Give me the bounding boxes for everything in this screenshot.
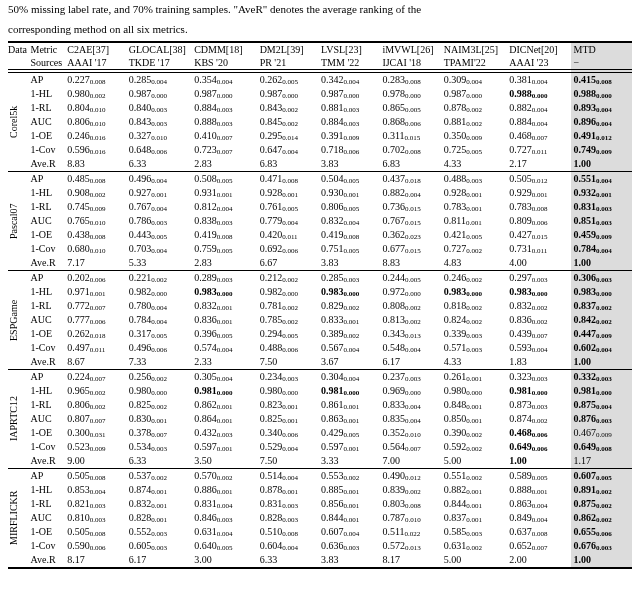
value-cell: 7.50 xyxy=(260,355,321,370)
metric-name: Ave.R xyxy=(31,454,68,469)
value-cell: 0.8490.004 xyxy=(509,511,570,525)
value-cell: 7.50 xyxy=(260,454,321,469)
value-cell: 0.3810.004 xyxy=(509,71,570,87)
value-cell: 0.2620.018 xyxy=(67,327,128,341)
value-cell: 0.7800.004 xyxy=(129,299,194,313)
value-cell: 0.4900.012 xyxy=(382,468,443,483)
value-cell: 4.83 xyxy=(444,256,509,271)
table-row: 1-Cov0.5900.0060.6050.0030.6400.0050.604… xyxy=(8,539,632,553)
value-cell: 0.6040.004 xyxy=(260,539,321,553)
value-cell: 0.7610.005 xyxy=(260,200,321,214)
dataset-name: ESPGame xyxy=(8,270,31,369)
value-cell: 0.8060.010 xyxy=(67,115,128,129)
value-cell: 0.8440.001 xyxy=(444,497,509,511)
value-cell: 0.5140.004 xyxy=(260,468,321,483)
value-cell: 0.8180.002 xyxy=(444,299,509,313)
value-cell: 0.9810.000 xyxy=(509,384,570,398)
value-cell: 0.5230.009 xyxy=(67,440,128,454)
value-cell: 0.3270.010 xyxy=(129,129,194,143)
value-cell: 0.8420.002 xyxy=(571,313,632,327)
value-cell: 0.5050.012 xyxy=(509,171,570,186)
value-cell: 0.4970.011 xyxy=(67,341,128,355)
value-cell: 0.8530.004 xyxy=(67,483,128,497)
value-cell: 0.4210.005 xyxy=(444,228,509,242)
table-row: Ave.R8.836.332.836.833.836.834.332.171.0… xyxy=(8,157,632,172)
value-cell: 0.9830.000 xyxy=(194,285,259,299)
value-cell: 0.6020.004 xyxy=(571,341,632,355)
metric-name: AP xyxy=(31,171,68,186)
value-cell: 3.83 xyxy=(321,553,382,568)
value-cell: 0.8230.001 xyxy=(260,398,321,412)
table-row: 1-HL0.9800.0020.9870.0000.9870.0000.9870… xyxy=(8,87,632,101)
table-row: 1-RL0.8210.0030.8320.0010.8310.0040.8310… xyxy=(8,497,632,511)
value-cell: 0.7270.011 xyxy=(509,143,570,157)
metric-name: AP xyxy=(31,71,68,87)
value-cell: 0.3780.007 xyxy=(129,426,194,440)
value-cell: 0.6070.005 xyxy=(571,468,632,483)
value-cell: 1.00 xyxy=(571,355,632,370)
value-cell: 0.9820.000 xyxy=(260,285,321,299)
value-cell: 1.00 xyxy=(571,256,632,271)
value-cell: 0.9830.000 xyxy=(571,285,632,299)
table-row: 1-Cov0.6800.0100.7030.0040.7590.0050.692… xyxy=(8,242,632,256)
value-cell: 0.7270.002 xyxy=(444,242,509,256)
value-cell: 0.9880.000 xyxy=(509,87,570,101)
value-cell: 6.83 xyxy=(260,157,321,172)
caption-line-2: corresponding method on all six metrics. xyxy=(0,20,640,40)
value-cell: 0.9290.001 xyxy=(509,186,570,200)
value-cell: 0.4390.007 xyxy=(509,327,570,341)
value-cell: 0.7870.010 xyxy=(382,511,443,525)
value-cell: 0.8820.004 xyxy=(382,186,443,200)
value-cell: 0.4150.008 xyxy=(571,71,632,87)
value-cell: 0.6490.006 xyxy=(509,440,570,454)
value-cell: 0.8060.002 xyxy=(67,398,128,412)
metric-name: 1-RL xyxy=(31,101,68,115)
metric-name: 1-RL xyxy=(31,398,68,412)
value-cell: 7.33 xyxy=(129,355,194,370)
value-cell: 0.7020.008 xyxy=(382,143,443,157)
value-cell: 0.8210.003 xyxy=(67,497,128,511)
value-cell: 0.2210.002 xyxy=(129,270,194,285)
value-cell: 0.8250.001 xyxy=(260,412,321,426)
value-cell: 0.8320.002 xyxy=(509,299,570,313)
value-cell: 5.33 xyxy=(129,256,194,271)
value-cell: 0.9870.000 xyxy=(321,87,382,101)
value-cell: 0.8860.001 xyxy=(194,483,259,497)
h2-sources: Sources xyxy=(31,56,68,71)
value-cell: 0.8850.001 xyxy=(321,483,382,497)
value-cell: 0.7830.008 xyxy=(509,200,570,214)
value-cell: 0.4850.008 xyxy=(67,171,128,186)
value-cell: 0.8040.010 xyxy=(67,101,128,115)
h-mtd: MTD xyxy=(571,42,632,56)
value-cell: 0.4910.012 xyxy=(571,129,632,143)
value-cell: 0.5900.006 xyxy=(67,539,128,553)
value-cell: 7.17 xyxy=(67,256,128,271)
value-cell: 0.4380.008 xyxy=(67,228,128,242)
value-cell: 0.4190.008 xyxy=(321,228,382,242)
value-cell: 1.00 xyxy=(571,553,632,568)
value-cell: 0.8930.004 xyxy=(571,101,632,115)
value-cell: 0.8740.002 xyxy=(509,412,570,426)
metric-name: Ave.R xyxy=(31,157,68,172)
value-cell: 6.33 xyxy=(260,553,321,568)
value-cell: 0.8070.007 xyxy=(67,412,128,426)
table-row: AUC0.8060.0100.8430.0030.8880.0030.8450.… xyxy=(8,115,632,129)
metric-name: 1-Cov xyxy=(31,143,68,157)
dataset-name: Corel5k xyxy=(8,71,31,172)
value-cell: 0.8810.003 xyxy=(321,101,382,115)
h2-dash: − xyxy=(571,56,632,71)
h2-tpami22: TPAMI'22 xyxy=(444,56,509,71)
value-cell: 0.2370.003 xyxy=(382,369,443,384)
value-cell: 0.9690.000 xyxy=(382,384,443,398)
value-cell: 0.5080.005 xyxy=(194,171,259,186)
value-cell: 3.67 xyxy=(321,355,382,370)
value-cell: 0.3500.009 xyxy=(444,129,509,143)
value-cell: 0.6370.008 xyxy=(509,525,570,539)
value-cell: 0.9720.000 xyxy=(382,285,443,299)
value-cell: 0.8330.001 xyxy=(321,313,382,327)
value-cell: 0.2970.003 xyxy=(509,270,570,285)
metric-name: 1-OE xyxy=(31,525,68,539)
value-cell: 0.8090.006 xyxy=(509,214,570,228)
value-cell: 0.2940.005 xyxy=(260,327,321,341)
value-cell: 0.9830.000 xyxy=(509,285,570,299)
